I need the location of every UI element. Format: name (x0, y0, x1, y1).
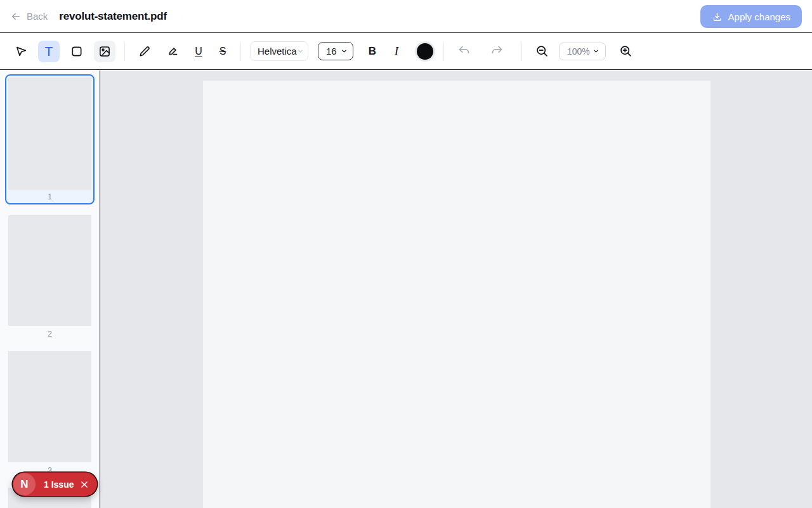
download-icon (712, 11, 723, 22)
chevron-down-icon (297, 48, 304, 55)
chevron-down-icon (341, 48, 348, 55)
bold-button[interactable]: B (363, 41, 381, 62)
apply-changes-label: Apply changes (728, 11, 790, 22)
back-button[interactable]: Back (10, 11, 48, 22)
rectangle-icon (70, 45, 83, 58)
pdf-page-1[interactable] (203, 81, 710, 508)
image-icon (98, 45, 111, 58)
close-icon (80, 480, 89, 489)
strikethrough-icon: S (219, 46, 226, 57)
zoom-in-button[interactable] (615, 41, 636, 62)
back-label: Back (27, 11, 48, 22)
back-arrow-icon (10, 11, 22, 22)
toolbar: T U S Helvetica 16 (0, 33, 812, 70)
text-tool-icon: T (45, 44, 53, 58)
text-tool-button[interactable]: T (38, 41, 60, 62)
issue-widget-logo: N (13, 473, 36, 495)
font-family-value: Helvetica (258, 46, 297, 57)
document-title: revolut-statement.pdf (59, 10, 167, 23)
issue-count-label: 1 Issue (44, 479, 74, 490)
italic-button[interactable]: I (388, 41, 405, 62)
page-2-preview (8, 215, 91, 326)
underline-button[interactable]: U (190, 41, 207, 62)
strikethrough-button[interactable]: S (214, 41, 232, 62)
page-1-preview (8, 77, 91, 190)
undo-icon (457, 44, 471, 58)
select-tool-button[interactable] (10, 41, 32, 62)
text-color-swatch[interactable] (417, 43, 433, 60)
toolbar-divider (521, 42, 522, 61)
zoom-out-icon (535, 44, 549, 58)
zoom-in-icon (619, 44, 632, 58)
rectangle-tool-button[interactable] (66, 41, 88, 62)
page-1-number: 1 (8, 190, 91, 204)
bold-icon: B (369, 46, 376, 57)
cursor-icon (15, 44, 28, 58)
issue-notification-pill[interactable]: N 1 Issue (13, 472, 97, 496)
page-thumbnails-sidebar: 1 2 3 (0, 70, 100, 508)
highlighter-tool-button[interactable] (162, 41, 183, 62)
font-size-select[interactable]: 16 (318, 42, 353, 60)
highlighter-icon (166, 45, 179, 58)
font-size-value: 16 (326, 46, 337, 57)
pencil-icon (138, 45, 151, 58)
image-tool-button[interactable] (94, 41, 115, 62)
top-bar: Back revolut-statement.pdf Apply changes (0, 0, 812, 33)
zoom-level-select[interactable]: 100% (559, 43, 606, 60)
zoom-level-value: 100% (567, 46, 590, 57)
toolbar-divider (124, 42, 125, 61)
document-canvas (100, 70, 812, 508)
redo-button[interactable] (486, 41, 508, 62)
chevron-down-icon (593, 48, 599, 55)
font-family-select[interactable]: Helvetica (250, 41, 308, 61)
underline-icon: U (195, 46, 202, 57)
page-thumbnail-1-selected[interactable]: 1 (5, 74, 95, 204)
apply-changes-button[interactable]: Apply changes (700, 5, 802, 28)
page-2-number: 2 (8, 327, 91, 341)
pencil-tool-button[interactable] (134, 41, 155, 62)
issue-close-button[interactable] (80, 480, 89, 489)
page-thumbnail-3[interactable]: 3 (8, 351, 91, 478)
undo-button[interactable] (453, 41, 475, 62)
toolbar-divider (240, 42, 241, 61)
toolbar-divider (443, 42, 444, 61)
page-3-preview (8, 351, 91, 462)
page-thumbnail-2[interactable]: 2 (8, 215, 91, 341)
redo-icon (490, 44, 504, 58)
zoom-out-button[interactable] (531, 41, 553, 62)
italic-icon: I (395, 45, 398, 57)
